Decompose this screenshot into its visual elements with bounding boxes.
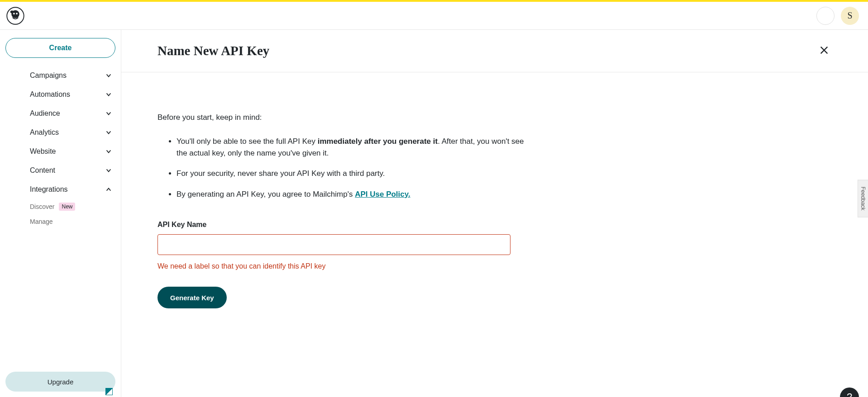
sidebar-item-label: Integrations bbox=[30, 185, 68, 194]
sidebar-item-label: Website bbox=[30, 147, 56, 156]
close-button[interactable] bbox=[816, 43, 832, 59]
sidebar-item-audience[interactable]: Audience bbox=[0, 104, 121, 123]
sidebar-sub-manage[interactable]: Manage bbox=[0, 214, 121, 229]
svg-point-4 bbox=[10, 10, 14, 13]
sidebar-sub-label: Discover bbox=[30, 203, 54, 210]
sidebar-item-label: Analytics bbox=[30, 128, 59, 137]
sidebar-item-analytics[interactable]: Analytics bbox=[0, 123, 121, 142]
chevron-down-icon bbox=[105, 148, 112, 155]
sidebar-item-label: Content bbox=[30, 166, 55, 175]
sidebar: Create Campaigns Automations Audience An… bbox=[0, 30, 121, 397]
intro-text: Before you start, keep in mind: bbox=[157, 113, 651, 122]
bullet-strong: immediately after you generate it bbox=[318, 137, 438, 146]
chevron-down-icon bbox=[105, 129, 112, 136]
chevron-down-icon bbox=[105, 72, 112, 79]
sidebar-item-content[interactable]: Content bbox=[0, 161, 121, 180]
feedback-tab[interactable]: Feedback bbox=[858, 180, 868, 217]
api-key-name-input[interactable] bbox=[157, 234, 510, 255]
upgrade-button[interactable]: Upgrade bbox=[5, 372, 115, 392]
sidebar-item-integrations[interactable]: Integrations bbox=[0, 180, 121, 199]
close-icon bbox=[819, 45, 829, 55]
sidebar-toggle-icon[interactable] bbox=[105, 388, 113, 395]
chevron-down-icon bbox=[105, 91, 112, 98]
new-badge: New bbox=[59, 203, 75, 211]
sidebar-item-label: Campaigns bbox=[30, 71, 67, 80]
bullet-text: You'll only be able to see the full API … bbox=[176, 137, 318, 146]
sidebar-nav: Campaigns Automations Audience Analytics… bbox=[0, 66, 121, 229]
info-bullets: You'll only be able to see the full API … bbox=[157, 136, 651, 200]
svg-point-3 bbox=[16, 13, 18, 14]
help-bubble[interactable]: ? bbox=[840, 388, 859, 397]
sidebar-sub-label: Manage bbox=[30, 218, 53, 225]
error-message: We need a label so that you can identify… bbox=[157, 262, 651, 270]
api-key-name-label: API Key Name bbox=[157, 221, 651, 229]
sidebar-sub-discover[interactable]: Discover New bbox=[0, 199, 121, 214]
sidebar-item-label: Audience bbox=[30, 109, 60, 118]
topbar: S bbox=[0, 2, 868, 30]
topbar-right: S bbox=[816, 7, 859, 25]
logo[interactable] bbox=[6, 7, 24, 25]
bullet-text: By generating an API Key, you agree to M… bbox=[176, 190, 355, 198]
bullet-1: You'll only be able to see the full API … bbox=[176, 136, 529, 159]
chevron-down-icon bbox=[105, 110, 112, 117]
chevron-up-icon bbox=[105, 186, 112, 193]
generate-key-button[interactable]: Generate Key bbox=[157, 287, 227, 308]
sidebar-item-website[interactable]: Website bbox=[0, 142, 121, 161]
content: Before you start, keep in mind: You'll o… bbox=[121, 72, 687, 326]
main-header: Name New API Key bbox=[121, 30, 868, 72]
api-policy-link[interactable]: API Use Policy. bbox=[355, 190, 410, 198]
mailchimp-logo-icon bbox=[6, 7, 24, 25]
sidebar-item-campaigns[interactable]: Campaigns bbox=[0, 66, 121, 85]
chevron-down-icon bbox=[105, 167, 112, 174]
avatar[interactable]: S bbox=[841, 7, 859, 25]
help-icon: ? bbox=[847, 391, 852, 397]
bullet-3: By generating an API Key, you agree to M… bbox=[176, 189, 529, 200]
create-button[interactable]: Create bbox=[5, 38, 115, 58]
bullet-2: For your security, never share your API … bbox=[176, 168, 529, 180]
sidebar-item-automations[interactable]: Automations bbox=[0, 85, 121, 104]
page-title: Name New API Key bbox=[157, 43, 269, 58]
main: Name New API Key Before you start, keep … bbox=[121, 30, 868, 397]
svg-point-2 bbox=[13, 13, 15, 14]
upgrade-wrap: Upgrade bbox=[0, 366, 121, 397]
notifications-button[interactable] bbox=[816, 7, 835, 25]
avatar-initial: S bbox=[847, 10, 852, 21]
sidebar-item-label: Automations bbox=[30, 90, 70, 99]
